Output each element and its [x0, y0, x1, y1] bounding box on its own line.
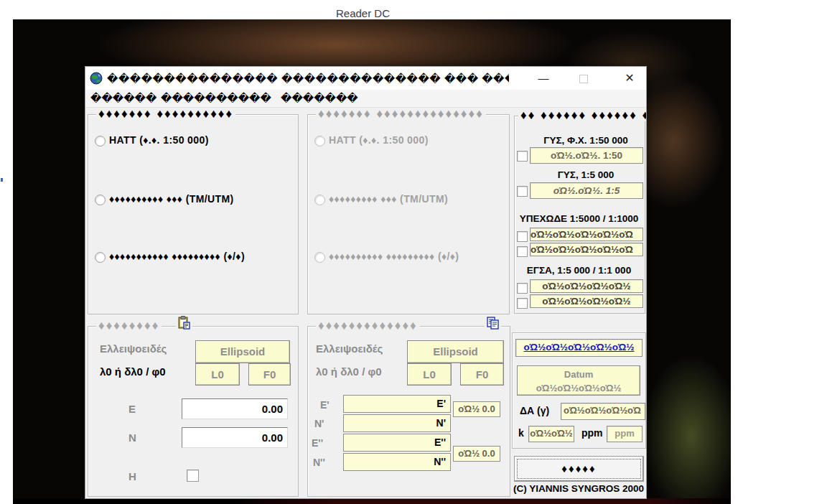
screen-artifact: [0, 176, 4, 185]
e-prime-field[interactable]: E': [343, 395, 451, 413]
target-ellipsoid-label: Ελλειψοειδές: [316, 342, 383, 355]
gys-5000-label: ΓΥΣ, 1:5 000: [529, 169, 643, 180]
target-lambda-label: λ0 ή δλ0 / φ0: [316, 365, 382, 378]
target-f0-button[interactable]: F0: [460, 363, 504, 386]
ypexode-field-1[interactable]: οΏ½οΏ½οΏ½οΏ½οΏ: [530, 228, 643, 241]
dest-radio-hatt: [314, 136, 325, 146]
ypexode-checkbox-2[interactable]: [517, 246, 528, 257]
e-doubleprime-field[interactable]: E'': [343, 434, 451, 452]
ppm-label: ppm: [581, 427, 603, 439]
background-tab-text: Reader DC: [336, 7, 390, 19]
minimize-button[interactable]: —: [531, 67, 556, 90]
dest-radio-tmutm-label: ♦♦♦♦♦♦♦♦♦ ♦♦♦ (TM/UTM): [329, 193, 448, 205]
egsa-checkbox-2[interactable]: [517, 298, 528, 309]
ypexode-label: ΥΠΕΧΩΔΕ 1:5000 / 1:1000: [514, 213, 644, 224]
target-ellipsoid-button[interactable]: Ellipsoid: [407, 340, 504, 363]
map-series-group-title: ♦♦ ♦♦♦♦♦♦ ♦♦♦♦♦♦ ♦♦♦: [518, 110, 646, 121]
egsa-field-2[interactable]: οΏ½οΏ½οΏ½οΏ½: [530, 294, 643, 308]
hatt-lambda-label: λ0 ή δλ0 / φ0: [100, 365, 166, 378]
window-title: ��������������� �������������� ��� �����…: [107, 67, 509, 90]
source-radio-tmutm-label: ♦♦♦♦♦♦♦♦♦♦ ♦♦♦ (TM/UTM): [109, 193, 234, 205]
source-radio-tmutm[interactable]: [95, 195, 106, 205]
datum-button-line2: οΏ½οΏ½οΏ½οΏ½: [536, 383, 622, 393]
source-radio-hatt-label: HATT (♦.♦. 1:50 000): [109, 134, 209, 146]
title-bar[interactable]: ��������������� �������������� ��� �����…: [85, 67, 646, 90]
n-doubleprime-label: N'': [313, 457, 325, 468]
convert-button[interactable]: ♦♦♦♦♦: [514, 456, 644, 482]
source-radio-geodetic-label: ♦♦♦♦♦♦♦♦♦♦♦ ♦♦♦♦♦♦♦♦♦ (♦/♦): [109, 251, 245, 262]
convert-button-label: ♦♦♦♦♦: [517, 459, 641, 479]
copyright-text: (C) YIANNIS SYNGROS 2000: [510, 483, 648, 494]
dest-radio-geodetic: [314, 252, 325, 263]
dest-radio-geodetic-label: ♦♦♦♦♦♦♦♦♦♦ ♦♦♦♦♦♦♦♦♦ (♦/♦): [329, 251, 459, 262]
ppm-field[interactable]: ppm: [607, 426, 643, 442]
convergence-field-2[interactable]: οΏ½ 0.0: [453, 446, 500, 462]
target-l0-button[interactable]: L0: [407, 363, 452, 386]
gys-5000-checkbox[interactable]: [517, 186, 528, 197]
app-window: ��������������� �������������� ��� �����…: [85, 66, 647, 499]
datum-link-field[interactable]: οΏ½οΏ½οΏ½οΏ½οΏ½: [515, 339, 643, 357]
menu-item-1[interactable]: ������: [90, 90, 156, 106]
k-field[interactable]: οΏ½οΏ½: [528, 426, 574, 442]
source-radio-geodetic[interactable]: [95, 252, 106, 263]
maximize-icon: [579, 75, 588, 83]
e-label: E: [129, 403, 136, 415]
menu-item-2[interactable]: ����������: [161, 90, 271, 106]
hatt-ellipsoid-label: Ελλειψοειδές: [100, 342, 167, 355]
close-button[interactable]: ✕: [617, 67, 643, 90]
n-input[interactable]: 0.00: [182, 427, 288, 448]
hatt-l0-button[interactable]: L0: [195, 363, 240, 386]
menu-bar: ������ ���������� �������: [85, 90, 646, 108]
da-gamma-label: ΔΑ (γ): [520, 405, 549, 416]
n-label: N: [129, 431, 136, 444]
screen: Reader DC ��������������� ��������������…: [0, 0, 827, 504]
ypexode-checkbox-1[interactable]: [517, 231, 528, 242]
gys-5000-field[interactable]: οΏ½.οΏ½. 1:5: [530, 182, 643, 199]
top-strip: Reader DC: [0, 0, 827, 19]
e-prime-label: E': [320, 399, 330, 411]
hatt-f0-button[interactable]: F0: [248, 363, 291, 386]
globe-icon: [90, 72, 103, 85]
h-checkbox[interactable]: [187, 470, 199, 482]
dest-radio-tmutm: [314, 195, 325, 205]
n-prime-field[interactable]: N': [343, 414, 451, 432]
datum-button[interactable]: Datum οΏ½οΏ½οΏ½οΏ½: [517, 365, 640, 396]
h-label: H: [129, 470, 136, 482]
n-prime-label: N': [314, 418, 324, 429]
gys-50000-checkbox[interactable]: [517, 151, 528, 162]
dest-radio-hatt-label: HATT (♦.♦. 1:50 000): [329, 134, 429, 146]
source-group-title: ♦♦♦♦♦♦♦ ♦♦♦♦♦♦♦♦♦♦: [96, 108, 235, 120]
n-doubleprime-field[interactable]: N'': [343, 453, 451, 471]
gys-50000-field[interactable]: οΏ½.οΏ½. 1:50: [530, 147, 643, 164]
dest-group-title: ♦♦♦♦♦♦♦ ♦♦♦♦♦♦♦♦♦♦♦♦♦♦: [316, 108, 486, 120]
clipboard-paste-icon[interactable]: [176, 316, 192, 332]
hatt-group-title: ♦♦♦♦♦♦♦♦: [96, 320, 162, 332]
hatt-ellipsoid-button[interactable]: Ellipsoid: [195, 340, 290, 363]
egsa-checkbox-1[interactable]: [517, 283, 528, 294]
convergence-field-1[interactable]: οΏ½ 0.0: [453, 401, 500, 417]
source-radio-hatt[interactable]: [95, 136, 106, 146]
menu-item-3[interactable]: �������: [281, 90, 358, 106]
k-label: k: [518, 427, 524, 439]
datum-button-line1: Datum: [564, 369, 593, 380]
copy-documents-icon[interactable]: [485, 316, 501, 332]
gys-50000-label: ΓΥΣ, Φ.Χ. 1:50 000: [529, 135, 643, 146]
target-group-title: ♦♦♦♦♦♦♦♦♦♦♦♦♦: [316, 320, 420, 332]
egsa-label: ΕΓΣΑ, 1:5 000 / 1:1 000: [514, 265, 644, 276]
da-gamma-field[interactable]: οΏ½οΏ½οΏ½οΏ: [561, 403, 645, 420]
egsa-field-1[interactable]: οΏ½οΏ½οΏ½οΏ½: [530, 279, 643, 293]
desktop-bottom-strip: [13, 498, 731, 504]
ypexode-field-2[interactable]: οΏ½οΏ½οΏ½οΏ½οΏ: [530, 243, 643, 256]
e-doubleprime-label: E'': [312, 437, 323, 449]
e-input[interactable]: 0.00: [182, 398, 288, 419]
maximize-button[interactable]: [571, 67, 597, 90]
